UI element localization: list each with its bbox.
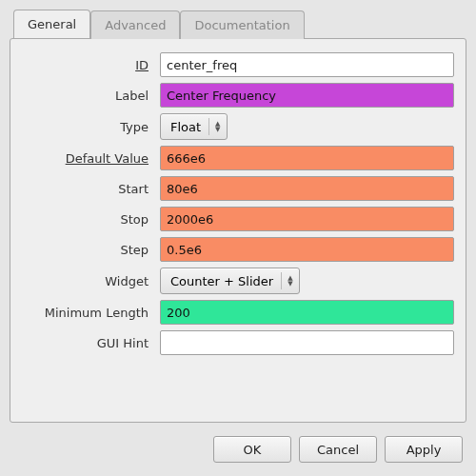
default-field-wrap xyxy=(160,146,454,170)
tab-advanced[interactable]: Advanced xyxy=(90,10,180,39)
id-field-wrap xyxy=(160,52,454,77)
type-field-wrap: Float ▲▼ xyxy=(160,113,454,140)
label-field-wrap xyxy=(160,83,454,108)
tab-content-general: ID Label Type Float ▲▼ Default Value xyxy=(10,38,466,423)
tab-general[interactable]: General xyxy=(13,10,90,38)
apply-button[interactable]: Apply xyxy=(385,436,463,463)
step-input[interactable] xyxy=(160,237,454,262)
start-input[interactable] xyxy=(160,176,454,201)
type-label: Type xyxy=(22,120,150,134)
guihint-label: GUI Hint xyxy=(22,336,150,350)
stop-label: Stop xyxy=(22,212,150,227)
tabstrip: General Advanced Documentation xyxy=(10,10,466,38)
tab-documentation[interactable]: Documentation xyxy=(180,10,304,39)
stop-field-wrap xyxy=(160,207,454,231)
cancel-button[interactable]: Cancel xyxy=(299,436,377,463)
step-field-wrap xyxy=(160,237,454,262)
minlen-input[interactable] xyxy=(160,300,454,325)
default-input[interactable] xyxy=(160,146,454,170)
id-input[interactable] xyxy=(160,52,454,77)
widget-combo-value: Counter + Slider xyxy=(170,274,273,288)
widget-combo[interactable]: Counter + Slider ▲▼ xyxy=(160,268,300,294)
minlen-label: Minimum Length xyxy=(22,306,150,320)
updown-icon: ▲▼ xyxy=(208,118,220,135)
label-label: Label xyxy=(22,89,150,103)
widget-label: Widget xyxy=(22,274,150,288)
form-grid: ID Label Type Float ▲▼ Default Value xyxy=(22,52,454,355)
type-combo-value: Float xyxy=(170,120,201,134)
id-label: ID xyxy=(22,58,150,72)
ok-button[interactable]: OK xyxy=(213,436,291,463)
tab-advanced-label: Advanced xyxy=(105,18,166,32)
type-combo[interactable]: Float ▲▼ xyxy=(160,113,228,140)
start-field-wrap xyxy=(160,176,454,201)
minlen-field-wrap xyxy=(160,300,454,325)
tabs-area: General Advanced Documentation ID Label … xyxy=(10,10,466,423)
guihint-input[interactable] xyxy=(160,330,454,355)
stop-input[interactable] xyxy=(160,207,454,231)
properties-dialog: General Advanced Documentation ID Label … xyxy=(0,0,476,476)
dialog-buttons: OK Cancel Apply xyxy=(4,428,472,472)
tab-documentation-label: Documentation xyxy=(194,18,289,32)
widget-field-wrap: Counter + Slider ▲▼ xyxy=(160,268,454,294)
guihint-field-wrap xyxy=(160,330,454,355)
default-label: Default Value xyxy=(22,151,150,166)
start-label: Start xyxy=(22,182,150,196)
updown-icon: ▲▼ xyxy=(281,272,292,289)
label-input[interactable] xyxy=(160,83,454,108)
tab-general-label: General xyxy=(28,17,76,31)
step-label: Step xyxy=(22,243,150,257)
